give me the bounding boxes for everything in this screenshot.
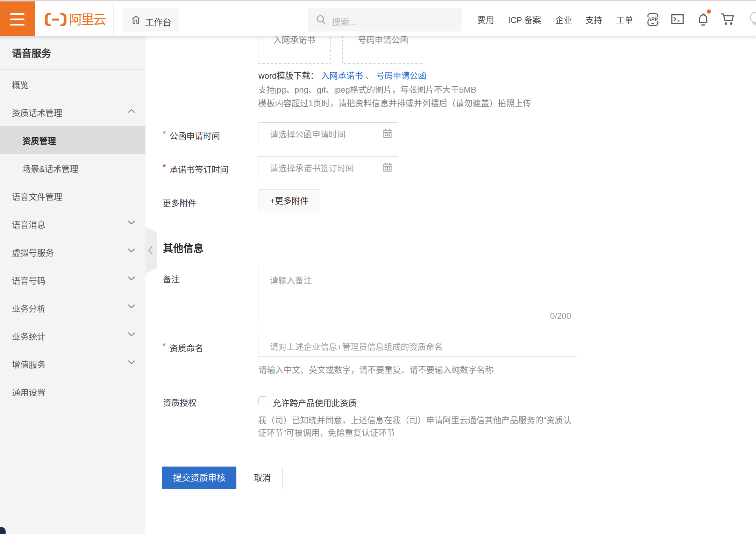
svg-text:APP: APP [648, 16, 658, 22]
